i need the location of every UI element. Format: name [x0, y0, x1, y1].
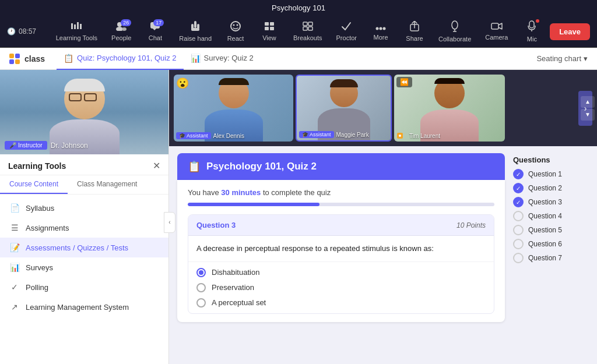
toolbar-more[interactable]: More	[365, 20, 396, 43]
course-content-tab[interactable]: Course Content	[0, 175, 68, 194]
progress-bar	[188, 203, 494, 206]
q-item-4[interactable]: Question 4	[513, 211, 589, 221]
menu-assessments[interactable]: 📝 Assessments / Quizzes / Tests	[0, 238, 168, 257]
toolbar-breakouts[interactable]: Breakouts	[287, 19, 328, 44]
polling-icon: ✓	[9, 282, 20, 292]
q-label-2: Question 2	[528, 184, 562, 192]
tim-hair	[434, 78, 465, 84]
answer-option-a[interactable]: Dishabituation	[196, 268, 486, 277]
syllabus-label: Syllabus	[26, 204, 54, 213]
toolbar-proctor[interactable]: Proctor	[331, 19, 363, 44]
chevron-left-icon: ‹	[168, 219, 170, 225]
svg-rect-2	[77, 22, 79, 29]
instructor-tag-label: Instructor	[18, 142, 43, 149]
leave-button[interactable]: Leave	[550, 23, 590, 40]
svg-point-7	[122, 27, 127, 31]
svg-rect-31	[491, 23, 498, 29]
assignments-label: Assignments	[26, 224, 69, 232]
answer-option-b[interactable]: Preservation	[196, 283, 486, 292]
quiz-tab-icon: 📋	[64, 54, 73, 63]
toolbar-react[interactable]: React	[220, 19, 251, 44]
assessments-icon: 📝	[9, 243, 20, 252]
scroll-up-btn[interactable]: ▲	[581, 96, 595, 108]
mic-icon	[528, 20, 536, 34]
alex-head	[219, 78, 249, 108]
people-label: People	[111, 34, 131, 41]
react-label: React	[227, 35, 244, 42]
q-item-7[interactable]: Question 7	[513, 253, 589, 263]
scroll-down-btn[interactable]: ▼	[581, 109, 595, 121]
more-icon	[375, 22, 386, 33]
seating-chart-btn[interactable]: Seating chart ▾	[536, 54, 588, 63]
title-bar: Psychology 101	[0, 0, 597, 16]
menu-assignments[interactable]: ☰ Assignments	[0, 218, 168, 238]
answer-options: Dishabituation Preservation A perceptual…	[188, 262, 494, 313]
svg-point-25	[380, 27, 382, 30]
maggie-assistant-icon: 🎓	[302, 132, 308, 137]
toolbar-mic[interactable]: Mic	[516, 18, 547, 45]
svg-rect-20	[303, 22, 307, 26]
q-item-5[interactable]: Question 5	[513, 225, 589, 235]
class-management-label: Class Management	[77, 180, 137, 188]
logo-squares	[9, 54, 20, 64]
breakouts-label: Breakouts	[293, 34, 322, 41]
assessments-label: Assessments / Quizzes / Tests	[26, 243, 128, 252]
tim-rewind: ⏪	[396, 77, 412, 87]
share-label: Share	[406, 35, 423, 42]
svg-point-24	[376, 27, 379, 30]
question-number: Question 3	[196, 221, 236, 229]
question-text: A decrease in perceptual response to a r…	[188, 236, 494, 262]
video-tile-alex: 😮 🎓 Assistant Alex Dennis	[174, 75, 293, 142]
panel-close-btn[interactable]: ✕	[153, 160, 160, 171]
toolbar-share[interactable]: Share	[399, 19, 430, 44]
nav-tab-quiz[interactable]: 📋 Quiz: Psychology 101, Quiz 2	[57, 48, 184, 70]
view-label: View	[262, 34, 276, 41]
toolbar: 🕐 08:57 Learning Tools 26 People 17 Chat	[0, 16, 597, 48]
alex-emoji: 😮	[176, 77, 189, 90]
q-item-6[interactable]: Question 6	[513, 239, 589, 249]
toolbar-learning-tools[interactable]: Learning Tools	[50, 19, 103, 44]
toolbar-chat[interactable]: 17 Chat	[139, 19, 171, 44]
instructor-hair	[64, 79, 105, 91]
radio-b[interactable]	[196, 283, 206, 292]
q-check-2: ✓	[513, 183, 524, 193]
toolbar-camera[interactable]: Camera	[479, 20, 514, 43]
panel-header: Learning Tools ✕	[0, 154, 168, 175]
svg-rect-32	[529, 21, 534, 28]
svg-rect-16	[265, 22, 269, 26]
sidebar: 🎤 Instructor Dr. Johnson Learning Tools …	[0, 70, 169, 364]
q-item-3[interactable]: ✓ Question 3	[513, 197, 589, 207]
menu-syllabus[interactable]: 📄 Syllabus	[0, 198, 168, 218]
course-content-label: Course Content	[9, 180, 58, 188]
radio-a[interactable]	[196, 268, 206, 277]
instructor-photo: 🎤 Instructor Dr. Johnson	[0, 70, 168, 154]
class-management-tab[interactable]: Class Management	[68, 175, 146, 194]
toolbar-people[interactable]: 26 People	[106, 19, 137, 44]
q-item-1[interactable]: ✓ Question 1	[513, 169, 589, 179]
questions-panel: Questions ✓ Question 1 ✓ Question 2 ✓	[513, 153, 589, 364]
nav-tab-survey[interactable]: 📊 Survey: Quiz 2	[184, 48, 261, 70]
collaborate-label: Collaborate	[438, 36, 471, 43]
instructor-name: Dr. Johnson	[51, 142, 88, 150]
toolbar-view[interactable]: View	[254, 19, 285, 44]
view-icon	[264, 22, 275, 33]
app-logo: class	[9, 54, 45, 64]
menu-lms[interactable]: ↗ Learning Management System	[0, 297, 168, 317]
radio-c[interactable]	[196, 298, 206, 308]
sidebar-collapse-btn[interactable]: ‹	[164, 212, 175, 233]
toolbar-time: 🕐 08:57	[7, 27, 48, 36]
learning-tools-label: Learning Tools	[56, 34, 97, 41]
q-item-2[interactable]: ✓ Question 2	[513, 183, 589, 193]
surveys-icon: 📊	[9, 263, 20, 272]
maggie-video-bg: 🎓 Assistant Maggie Park	[297, 76, 391, 140]
people-badge: 26	[121, 19, 131, 26]
main-area: 🎤 Instructor Dr. Johnson Learning Tools …	[0, 70, 597, 364]
toolbar-raise-hand[interactable]: Raise hand	[173, 19, 217, 44]
answer-option-c[interactable]: A perceptual set	[196, 298, 486, 308]
menu-polling[interactable]: ✓ Polling	[0, 277, 168, 297]
menu-surveys[interactable]: 📊 Surveys	[0, 257, 168, 277]
toolbar-collaborate[interactable]: Collaborate	[433, 18, 477, 45]
svg-point-13	[231, 22, 240, 31]
quiz-title: Psychology 101, Quiz 2	[206, 161, 317, 172]
raise-hand-label: Raise hand	[179, 35, 212, 42]
